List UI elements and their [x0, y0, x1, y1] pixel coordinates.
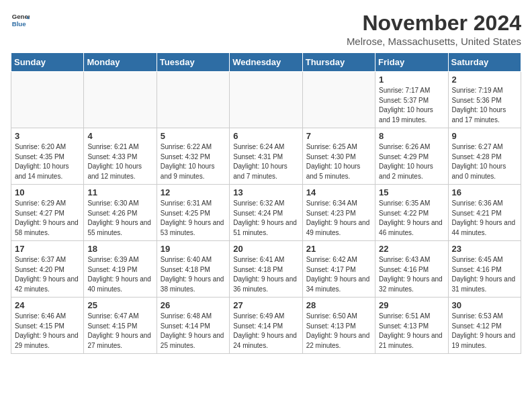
day-number: 17 — [15, 244, 80, 254]
weekday-header-thursday: Thursday — [302, 53, 375, 72]
day-detail: Sunrise: 6:35 AM Sunset: 4:22 PM Dayligh… — [379, 199, 444, 238]
day-detail: Sunrise: 6:31 AM Sunset: 4:25 PM Dayligh… — [161, 199, 226, 238]
calendar-cell: 3Sunrise: 6:20 AM Sunset: 4:35 PM Daylig… — [11, 128, 84, 185]
day-detail: Sunrise: 6:25 AM Sunset: 4:30 PM Dayligh… — [306, 142, 371, 181]
day-number: 9 — [452, 131, 517, 141]
calendar-cell — [84, 72, 157, 128]
calendar-cell: 13Sunrise: 6:32 AM Sunset: 4:24 PM Dayli… — [230, 185, 302, 241]
day-number: 10 — [15, 187, 80, 197]
calendar-table: SundayMondayTuesdayWednesdayThursdayFrid… — [11, 52, 521, 354]
calendar-cell: 4Sunrise: 6:21 AM Sunset: 4:33 PM Daylig… — [84, 128, 157, 185]
calendar-cell — [230, 72, 302, 128]
day-detail: Sunrise: 6:34 AM Sunset: 4:23 PM Dayligh… — [306, 199, 371, 238]
day-number: 15 — [379, 187, 444, 197]
day-number: 16 — [452, 187, 517, 197]
calendar-cell — [302, 72, 375, 128]
day-detail: Sunrise: 6:53 AM Sunset: 4:12 PM Dayligh… — [452, 312, 517, 351]
calendar-cell: 24Sunrise: 6:46 AM Sunset: 4:15 PM Dayli… — [11, 298, 84, 354]
month-title: November 2024 — [347, 11, 521, 36]
calendar-cell: 29Sunrise: 6:51 AM Sunset: 4:13 PM Dayli… — [375, 298, 448, 354]
day-number: 1 — [379, 75, 444, 85]
day-number: 18 — [87, 244, 152, 254]
day-detail: Sunrise: 6:51 AM Sunset: 4:13 PM Dayligh… — [379, 312, 444, 351]
day-detail: Sunrise: 6:49 AM Sunset: 4:14 PM Dayligh… — [233, 312, 298, 351]
calendar-cell: 26Sunrise: 6:48 AM Sunset: 4:14 PM Dayli… — [157, 298, 229, 354]
day-detail: Sunrise: 6:26 AM Sunset: 4:29 PM Dayligh… — [379, 142, 444, 181]
svg-text:General: General — [12, 13, 30, 20]
calendar-cell — [11, 72, 84, 128]
calendar-cell: 10Sunrise: 6:29 AM Sunset: 4:27 PM Dayli… — [11, 185, 84, 241]
calendar-body: 1Sunrise: 7:17 AM Sunset: 5:37 PM Daylig… — [11, 72, 521, 354]
location-title: Melrose, Massachusetts, United States — [347, 36, 521, 47]
day-detail: Sunrise: 6:47 AM Sunset: 4:15 PM Dayligh… — [87, 312, 152, 351]
day-number: 20 — [233, 244, 298, 254]
calendar-week-1: 1Sunrise: 7:17 AM Sunset: 5:37 PM Daylig… — [11, 72, 521, 128]
calendar-cell — [157, 72, 229, 128]
calendar-cell: 18Sunrise: 6:39 AM Sunset: 4:19 PM Dayli… — [84, 241, 157, 298]
day-number: 27 — [233, 300, 298, 310]
calendar-cell: 6Sunrise: 6:24 AM Sunset: 4:31 PM Daylig… — [230, 128, 302, 185]
calendar-cell: 25Sunrise: 6:47 AM Sunset: 4:15 PM Dayli… — [84, 298, 157, 354]
day-number: 13 — [233, 187, 298, 197]
day-number: 11 — [87, 187, 152, 197]
weekday-header-sunday: Sunday — [11, 53, 84, 72]
day-detail: Sunrise: 6:48 AM Sunset: 4:14 PM Dayligh… — [161, 312, 226, 351]
day-detail: Sunrise: 6:36 AM Sunset: 4:21 PM Dayligh… — [452, 199, 517, 238]
day-number: 29 — [379, 300, 444, 310]
weekday-header-wednesday: Wednesday — [230, 53, 302, 72]
weekday-header-tuesday: Tuesday — [157, 53, 229, 72]
logo: General Blue — [11, 11, 30, 30]
calendar-cell: 30Sunrise: 6:53 AM Sunset: 4:12 PM Dayli… — [448, 298, 521, 354]
calendar-cell: 5Sunrise: 6:22 AM Sunset: 4:32 PM Daylig… — [157, 128, 229, 185]
day-detail: Sunrise: 6:32 AM Sunset: 4:24 PM Dayligh… — [233, 199, 298, 238]
day-number: 30 — [452, 300, 517, 310]
calendar-cell: 14Sunrise: 6:34 AM Sunset: 4:23 PM Dayli… — [302, 185, 375, 241]
calendar-cell: 27Sunrise: 6:49 AM Sunset: 4:14 PM Dayli… — [230, 298, 302, 354]
day-number: 12 — [161, 187, 226, 197]
calendar-cell: 17Sunrise: 6:37 AM Sunset: 4:20 PM Dayli… — [11, 241, 84, 298]
calendar-cell: 19Sunrise: 6:40 AM Sunset: 4:18 PM Dayli… — [157, 241, 229, 298]
day-number: 22 — [379, 244, 444, 254]
calendar-cell: 7Sunrise: 6:25 AM Sunset: 4:30 PM Daylig… — [302, 128, 375, 185]
calendar-cell: 1Sunrise: 7:17 AM Sunset: 5:37 PM Daylig… — [375, 72, 448, 128]
day-detail: Sunrise: 6:45 AM Sunset: 4:16 PM Dayligh… — [452, 255, 517, 294]
day-number: 28 — [306, 300, 371, 310]
day-detail: Sunrise: 6:40 AM Sunset: 4:18 PM Dayligh… — [161, 255, 226, 294]
day-detail: Sunrise: 6:27 AM Sunset: 4:28 PM Dayligh… — [452, 142, 517, 181]
day-number: 24 — [15, 300, 80, 310]
day-number: 2 — [452, 75, 517, 85]
day-number: 4 — [87, 131, 152, 141]
calendar-cell: 15Sunrise: 6:35 AM Sunset: 4:22 PM Dayli… — [375, 185, 448, 241]
day-detail: Sunrise: 6:41 AM Sunset: 4:18 PM Dayligh… — [233, 255, 298, 294]
calendar-cell: 8Sunrise: 6:26 AM Sunset: 4:29 PM Daylig… — [375, 128, 448, 185]
day-detail: Sunrise: 6:22 AM Sunset: 4:32 PM Dayligh… — [161, 142, 226, 181]
day-number: 5 — [161, 131, 226, 141]
calendar-week-5: 24Sunrise: 6:46 AM Sunset: 4:15 PM Dayli… — [11, 298, 521, 354]
day-detail: Sunrise: 6:39 AM Sunset: 4:19 PM Dayligh… — [87, 255, 152, 294]
day-detail: Sunrise: 6:46 AM Sunset: 4:15 PM Dayligh… — [15, 312, 80, 351]
day-number: 25 — [87, 300, 152, 310]
title-area: November 2024 Melrose, Massachusetts, Un… — [347, 11, 521, 47]
weekday-header-saturday: Saturday — [448, 53, 521, 72]
calendar-cell: 2Sunrise: 7:19 AM Sunset: 5:36 PM Daylig… — [448, 72, 521, 128]
svg-text:Blue: Blue — [12, 20, 26, 28]
calendar-cell: 21Sunrise: 6:42 AM Sunset: 4:17 PM Dayli… — [302, 241, 375, 298]
day-detail: Sunrise: 6:24 AM Sunset: 4:31 PM Dayligh… — [233, 142, 298, 181]
calendar-week-2: 3Sunrise: 6:20 AM Sunset: 4:35 PM Daylig… — [11, 128, 521, 185]
calendar-cell: 12Sunrise: 6:31 AM Sunset: 4:25 PM Dayli… — [157, 185, 229, 241]
day-number: 6 — [233, 131, 298, 141]
day-number: 23 — [452, 244, 517, 254]
calendar-cell: 23Sunrise: 6:45 AM Sunset: 4:16 PM Dayli… — [448, 241, 521, 298]
calendar-cell: 9Sunrise: 6:27 AM Sunset: 4:28 PM Daylig… — [448, 128, 521, 185]
day-detail: Sunrise: 6:50 AM Sunset: 4:13 PM Dayligh… — [306, 312, 371, 351]
day-detail: Sunrise: 6:20 AM Sunset: 4:35 PM Dayligh… — [15, 142, 80, 181]
day-number: 3 — [15, 131, 80, 141]
day-number: 19 — [161, 244, 226, 254]
day-number: 21 — [306, 244, 371, 254]
calendar-cell: 16Sunrise: 6:36 AM Sunset: 4:21 PM Dayli… — [448, 185, 521, 241]
day-detail: Sunrise: 6:42 AM Sunset: 4:17 PM Dayligh… — [306, 255, 371, 294]
day-number: 26 — [161, 300, 226, 310]
day-detail: Sunrise: 7:19 AM Sunset: 5:36 PM Dayligh… — [452, 86, 517, 125]
day-number: 14 — [306, 187, 371, 197]
logo-icon: General Blue — [11, 11, 30, 30]
